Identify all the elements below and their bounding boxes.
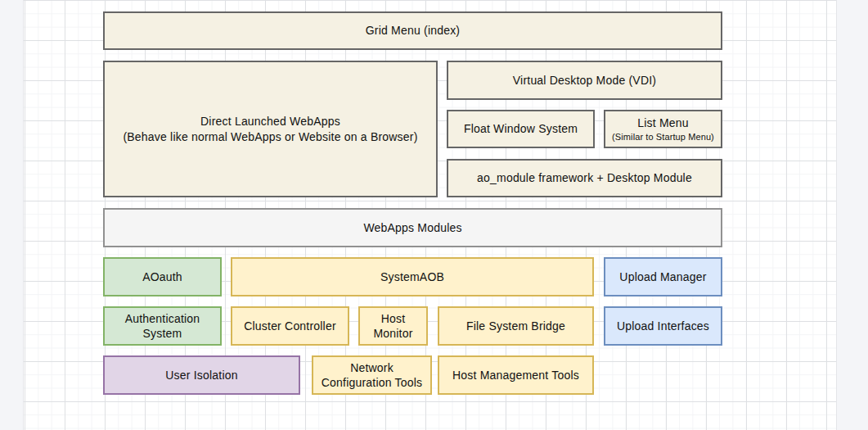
node-systemaob: SystemAOB: [231, 257, 594, 296]
node-label: Float Window System: [450, 121, 591, 136]
page-gutter-right: [837, 0, 868, 430]
node-label: Authentication System: [106, 311, 218, 341]
architecture-diagram: Grid Menu (index) Direct Launched WebApp…: [0, 0, 868, 430]
node-authentication-system: Authentication System: [103, 306, 222, 346]
node-grid-menu: Grid Menu (index): [103, 11, 722, 50]
node-host-monitor: Host Monitor: [358, 306, 428, 346]
node-user-isolation: User Isolation: [103, 355, 300, 395]
node-upload-manager: Upload Manager: [604, 257, 722, 296]
node-aoauth: AOauth: [103, 257, 222, 296]
node-label: Host Management Tools: [441, 368, 591, 382]
node-virtual-desktop-mode: Virtual Desktop Mode (VDI): [447, 61, 722, 100]
node-label: AOauth: [106, 269, 218, 284]
node-float-window-system: Float Window System: [447, 110, 595, 148]
node-label: SystemAOB: [234, 269, 591, 284]
node-webapps-modules: WebApps Modules: [103, 208, 722, 247]
node-cluster-controller: Cluster Controller: [231, 306, 349, 346]
node-ao-module-framework: ao_module framework + Desktop Module: [447, 159, 722, 197]
node-label: Cluster Controller: [234, 319, 346, 333]
node-label: Upload Manager: [607, 269, 719, 284]
node-label: WebApps Modules: [106, 220, 719, 235]
node-host-management-tools: Host Management Tools: [438, 355, 594, 395]
node-network-configuration-tools: Network Configuration Tools: [312, 355, 432, 395]
node-direct-launched-webapps: Direct Launched WebApps (Behave like nor…: [103, 61, 438, 197]
node-label: Direct Launched WebApps (Behave like nor…: [106, 114, 434, 143]
node-label: Host Monitor: [362, 311, 425, 341]
node-label: List Menu (Similar to Startup Menu): [607, 115, 719, 143]
node-label: Upload Interfaces: [607, 319, 719, 333]
node-label: Grid Menu (index): [106, 23, 719, 38]
node-list-menu: List Menu (Similar to Startup Menu): [604, 110, 722, 148]
node-label: User Isolation: [106, 368, 297, 382]
node-label: Virtual Desktop Mode (VDI): [450, 73, 719, 88]
page-gutter-left: [0, 0, 23, 430]
node-upload-interfaces: Upload Interfaces: [604, 306, 722, 346]
node-label: File System Bridge: [441, 319, 591, 333]
node-label: ao_module framework + Desktop Module: [450, 170, 719, 185]
node-label: Network Configuration Tools: [315, 360, 429, 390]
node-file-system-bridge: File System Bridge: [438, 306, 594, 346]
